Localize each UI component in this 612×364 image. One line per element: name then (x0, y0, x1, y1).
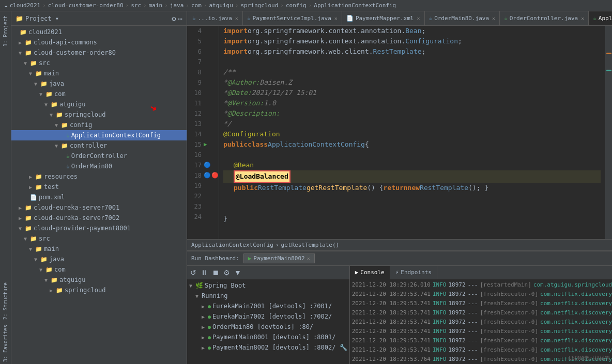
code-line-18: @LoadBalanced (223, 170, 601, 183)
breadcrumb-config[interactable]: config (286, 2, 307, 9)
code-area[interactable]: import org.springframework.context.annot… (219, 26, 605, 239)
tree-item-java[interactable]: ▼📁java (11, 254, 187, 264)
code-line-5: import org.springframework.context.annot… (223, 36, 601, 46)
side-tab-project[interactable]: 1: Project (2, 13, 9, 49)
tree-item-src[interactable]: ▼📁src (11, 233, 187, 244)
tab-mapper-xml[interactable]: 📄 PaymentMapper.xml ✕ (342, 11, 425, 26)
run-icon[interactable]: ▶ (204, 139, 219, 150)
code-line-7 (223, 57, 601, 67)
log-line: 2021-12-20 18:29:26.010 INFO 18972 --- [… (352, 280, 612, 290)
tree-item-config[interactable]: ▼📁config (11, 120, 187, 130)
tree-item-springcloud[interactable]: ▼📁springcloud (11, 109, 187, 120)
service-payment8002[interactable]: ▶ ● PaymentMain8002 [devtools] :8002/ 🔧 (187, 342, 349, 353)
restart-button[interactable]: ↺ (189, 268, 197, 277)
close-icon[interactable]: ✕ (307, 256, 310, 261)
editor-breadcrumb-class: ApplicationContextConfig (191, 242, 273, 248)
run-tab-payment[interactable]: ▶ PaymentMain8002 ✕ (243, 254, 315, 263)
breadcrumb-cloud2021[interactable]: cloud2021 (10, 2, 41, 9)
gear-icon[interactable]: ⋯ (178, 14, 182, 23)
code-line-14: @Configuration (223, 129, 601, 139)
panel-actions[interactable]: ⚙ ⋯ (172, 14, 182, 23)
settings-icon[interactable]: ⚙ (172, 14, 176, 23)
service-eureka7001[interactable]: ▶ ● EurekaMain7001 [devtools] :7001/ (187, 301, 349, 311)
code-line-11: * @Version: 1.0 (223, 98, 601, 108)
tree-item-applicationcontextconfig[interactable]: ☕ApplicationContextConfig (11, 130, 187, 140)
breadcrumb-springcloud[interactable]: springcloud (240, 2, 278, 9)
tab-payment-impl[interactable]: ☕ PaymentServiceImpl.java ✕ (243, 11, 342, 26)
tree-item-cloud-eureka-server7001[interactable]: ▶📁cloud-eureka-server7001 (11, 202, 187, 213)
tree-item-springcloud[interactable]: ▶📁springcloud (11, 285, 187, 295)
tree-item-cloud2021[interactable]: 📁cloud2021 (11, 27, 187, 37)
filter-button[interactable]: ▼ (233, 268, 242, 277)
tree-item-cloud-api-commons[interactable]: ▶📁cloud-api-commons (11, 37, 187, 48)
tab-order-main[interactable]: ☕ OrderMain80.java ✕ (425, 11, 500, 26)
code-line-17: @Bean (223, 160, 601, 170)
code-line-23 (223, 203, 601, 214)
tree-item-controller[interactable]: ▼📁controller (11, 140, 187, 151)
log-line: 2021-12-20 18:29:53.741 INFO 18972 --- [… (352, 327, 612, 336)
running-group[interactable]: ▼ Running (187, 291, 349, 301)
side-tab-favorites[interactable]: 3: Favorites (2, 323, 9, 364)
services-button[interactable]: ⚙ (222, 268, 231, 277)
tree-item-test[interactable]: ▶📁test (11, 182, 187, 192)
service-order80[interactable]: ▶ ● OrderMain80 [devtools] :80/ (187, 322, 349, 332)
console-icon: ▶ (355, 269, 359, 276)
tree-item-pom.xml[interactable]: 📄pom.xml (11, 192, 187, 202)
close-icon[interactable]: ✕ (417, 15, 420, 21)
breadcrumb-java[interactable]: java (170, 2, 184, 9)
pause-button[interactable]: ⏸ (200, 268, 209, 277)
panel-header: 📁 Project ▾ ⚙ ⋯ (11, 11, 187, 26)
code-line-12: * @Description: (223, 108, 601, 119)
console-panel: ▶ Console ⚡ Endpoints 2021-12-20 18:29:2… (350, 266, 612, 364)
tree-item-cloud-customer-order80[interactable]: ▼📁cloud-customer-order80 (11, 48, 187, 58)
annotation-icon[interactable]: 🔵🔴 (204, 170, 219, 181)
tree-item-resources[interactable]: ▶📁resources (11, 171, 187, 182)
tab-endpoints[interactable]: ⚡ Endpoints (390, 266, 437, 279)
tab-console[interactable]: ▶ Console (350, 266, 390, 279)
tree-item-cloud-eureka-server7002[interactable]: ▶📁cloud-eureka-server7002 (11, 213, 187, 223)
breadcrumb-com[interactable]: com (191, 2, 202, 9)
breadcrumb-atguigu[interactable]: atguigu (209, 2, 233, 9)
breadcrumb-module[interactable]: cloud-customer-order80 (48, 2, 124, 9)
tab-app-context-config[interactable]: ☕ ApplicationContextConfig.java ✕ (589, 11, 612, 26)
close-icon[interactable]: ✕ (334, 15, 338, 21)
right-scrollbar[interactable] (605, 26, 612, 239)
service-eureka7002[interactable]: ▶ ● EurekaMain7002 [devtools] :7002/ (187, 311, 349, 322)
code-line-4: import org.springframework.context.annot… (223, 26, 601, 36)
breadcrumb-src[interactable]: src (131, 2, 141, 9)
tree-item-cloud-provider-payment8001[interactable]: ▼📁cloud-provider-payment8001 (11, 223, 187, 233)
code-line-13: */ (223, 119, 601, 129)
breadcrumb-main[interactable]: main (149, 2, 163, 9)
breadcrumb-icon: ☁ (4, 2, 8, 9)
code-line-16 (223, 150, 601, 160)
java-icon: ☕ (504, 15, 508, 22)
side-tab-structure[interactable]: 2: Structure (2, 280, 9, 322)
tree-item-ordermain80[interactable]: ☕OrderMain80 (11, 161, 187, 171)
tree-item-main[interactable]: ▼📁main (11, 68, 187, 78)
stop-button[interactable]: ⏹ (211, 268, 220, 277)
code-line-19: public RestTemplate getRestTemplate() { … (223, 183, 601, 193)
spring-boot-root[interactable]: ▼ 🌿 Spring Boot (187, 280, 349, 291)
tree-item-java[interactable]: ▼📁java (11, 78, 187, 89)
service-payment8001[interactable]: ▶ ● PaymentMain8001 [devtools] :8001/ (187, 332, 349, 342)
endpoints-icon: ⚡ (395, 269, 399, 276)
bean-icon[interactable]: 🔵 (204, 160, 219, 170)
tree-item-main[interactable]: ▼📁main (11, 244, 187, 254)
tab-io[interactable]: ☕ ...io.java ✕ (188, 11, 243, 26)
folder-icon: 📁 (16, 15, 23, 22)
tab-order-controller[interactable]: ☕ OrderController.java ✕ (500, 11, 589, 26)
gutter-icons: ▶ 🔵 🔵🔴 (204, 26, 219, 222)
breadcrumb-class[interactable]: ApplicationContextConfig (314, 2, 396, 9)
close-icon[interactable]: ✕ (235, 15, 238, 21)
tree-item-com[interactable]: ▼📁com (11, 264, 187, 275)
close-icon[interactable]: ✕ (581, 15, 584, 21)
tree-item-src[interactable]: ▼📁src (11, 58, 187, 68)
code-line-15: public class ApplicationContextConfig { (223, 139, 601, 150)
code-editor: 45678910111213141516171819222324 (187, 26, 612, 250)
tree-item-atguigu[interactable]: ▼📁atguigu (11, 99, 187, 109)
tree-item-com[interactable]: ▼📁com (11, 89, 187, 99)
java-icon: ☕ (192, 15, 196, 22)
tree-item-atguigu[interactable]: ▼📁atguigu (11, 275, 187, 285)
close-icon[interactable]: ✕ (492, 15, 495, 21)
tree-item-ordercontroller[interactable]: ☕OrderController (11, 151, 187, 161)
